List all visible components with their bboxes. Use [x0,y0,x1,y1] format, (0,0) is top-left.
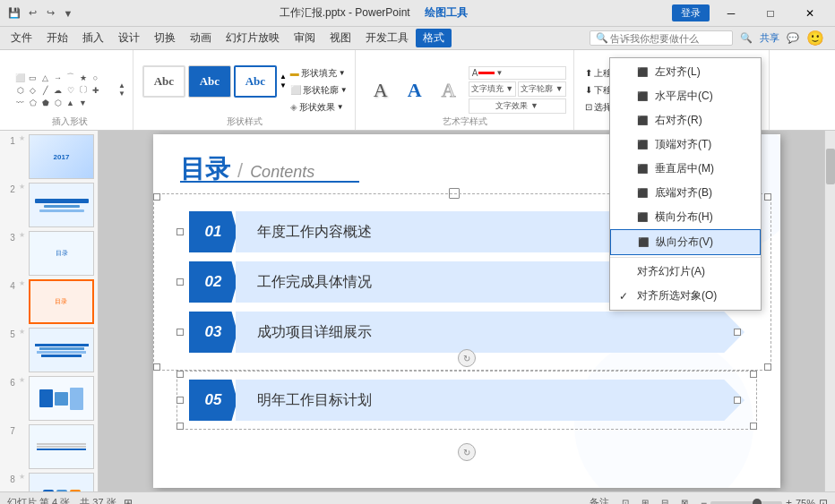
zoom-minus-icon[interactable]: − [701,497,707,505]
align-selected[interactable]: 对齐所选对象(O) [610,284,761,308]
align-left[interactable]: ⬛ 左对齐(L) [610,60,761,84]
slide-thumb-1[interactable]: 1 ★ 2017 [4,134,94,179]
menu-slideshow[interactable]: 幻灯片放映 [219,29,287,47]
shape-misc2[interactable]: ⬡ [52,97,64,108]
art-btn-1[interactable]: A [365,74,397,107]
shape-flow[interactable]: ◇ [27,84,39,96]
menu-design[interactable]: 设计 [111,29,147,47]
shapes-expand-down[interactable]: ▼ [118,90,125,98]
shape-scroll-down[interactable]: ▼ [77,97,89,108]
slide-img-1[interactable]: 2017 [29,134,94,179]
save-icon[interactable]: 💾 [7,6,22,21]
redo-icon[interactable]: ↪ [43,6,57,21]
slide-panel[interactable]: 1 ★ 2017 2 ★ 3 ★ 目录 [0,131,99,491]
shape-misc1[interactable]: ⬟ [39,97,51,108]
menu-review[interactable]: 审阅 [287,29,323,47]
fit-screen-icon[interactable]: ⊡ [819,497,828,505]
handle5-br[interactable] [750,423,757,430]
zoom-slider[interactable] [710,501,782,505]
shape-star[interactable]: ★ [77,72,89,83]
handle-bl[interactable] [153,363,160,371]
handle-item1-l[interactable] [176,228,184,235]
close-button[interactable]: ✕ [792,0,828,27]
shape-outline-btn[interactable]: ⬜ 形状轮廓 ▼ [288,82,349,98]
handle-br[interactable] [764,363,771,371]
align-slide[interactable]: 对齐幻灯片(A) [610,260,761,284]
slide-img-3[interactable]: 目录 [29,231,94,276]
menu-transition[interactable]: 切换 [147,29,183,47]
shape-bracket[interactable]: 〔〕 [77,84,89,96]
handle-tl[interactable] [153,193,160,201]
dist-horizontal[interactable]: ⬛ 横向分布(H) [610,205,761,229]
zoom-plus-icon[interactable]: + [786,497,792,505]
align-right[interactable]: ⬛ 右对齐(R) [610,108,761,132]
share-button[interactable]: 共享 [760,31,779,45]
handle-item3-l[interactable] [176,329,184,336]
slide-img-2[interactable] [29,183,94,227]
style-btn-3[interactable]: Abc [234,65,277,98]
restore-button[interactable]: □ [753,0,788,27]
style-btn-2[interactable]: Abc [188,65,231,98]
shape-cross[interactable]: ✚ [90,84,101,96]
section-handle-2[interactable]: ↻ [458,443,476,461]
handle5-bl[interactable] [176,423,184,430]
login-button[interactable]: 登录 [672,4,710,21]
shape-pentagon[interactable]: ⬠ [27,97,39,108]
menu-view[interactable]: 视图 [323,29,358,47]
minimize-button[interactable]: ─ [713,0,749,27]
handle-item5-r[interactable] [734,397,741,404]
shape-fill-btn[interactable]: ▬ 形状填充 ▼ [288,65,349,81]
align-center-v[interactable]: ⬛ 垂直居中(M) [610,157,761,181]
text-outline-btn[interactable]: 文字轮廓 ▼ [518,81,565,97]
slide-img-7[interactable] [29,424,94,469]
slide-sorter-btn[interactable]: ⊟ [656,496,674,505]
shape-curve[interactable]: ⌒ [65,72,76,83]
slide-thumb-2[interactable]: 2 ★ [4,183,94,227]
v-scrollbar[interactable] [824,131,835,491]
menu-home[interactable]: 开始 [39,29,75,47]
styles-scroll-up[interactable]: ▲ [280,73,287,81]
customize-icon[interactable]: ▼ [61,6,75,21]
slide-thumb-5[interactable]: 5 ★ [4,328,94,372]
outline-view-btn[interactable]: ⊞ [636,496,654,505]
align-top[interactable]: ⬛ 顶端对齐(T) [610,132,761,157]
fill-dropdown-icon[interactable]: ▼ [339,69,346,77]
art-btn-3[interactable]: A [433,74,465,107]
menu-animation[interactable]: 动画 [183,29,219,47]
art-btn-2[interactable]: A [399,74,431,107]
shape-cloud[interactable]: ☁ [52,84,64,96]
handle-item5-l[interactable] [176,397,184,404]
search-input[interactable] [610,33,727,44]
outline-dropdown-icon[interactable]: ▼ [340,86,348,94]
reading-view-btn[interactable]: ⊠ [676,496,693,505]
handle-item3-r[interactable] [734,329,741,336]
shape-effect-btn[interactable]: ◈ 形状效果 ▼ [288,99,349,115]
art-text-color-btn[interactable]: A ▼ [469,66,566,80]
shape-tri[interactable]: △ [39,72,51,83]
shape-arrow[interactable]: → [52,72,64,83]
handle-item2-l[interactable] [176,278,184,286]
styles-scroll-down[interactable]: ▼ [280,81,287,90]
slide-thumb-6[interactable]: 6 ★ [4,376,94,421]
normal-view-btn[interactable]: ⊡ [616,496,634,505]
shape-oval[interactable]: ○ [90,72,101,83]
dist-vertical[interactable]: ⬛ 纵向分布(V) [610,229,761,255]
menu-insert[interactable]: 插入 [75,29,111,47]
undo-icon[interactable]: ↩ [25,6,39,21]
slide-thumb-7[interactable]: 7 ★ [4,424,94,469]
slide-img-8[interactable] [29,473,94,491]
text-effect-btn[interactable]: 文字效果 ▼ [469,98,566,114]
slide-img-4[interactable]: 目录 [29,279,94,324]
handle5-tl[interactable] [176,371,184,378]
menu-format[interactable]: 格式 [416,29,452,47]
align-bottom[interactable]: ⬛ 底端对齐(B) [610,181,761,205]
shape-rect[interactable]: ▭ [27,72,39,83]
slide-thumb-4[interactable]: 4 ★ 目录 [4,279,94,324]
handle5-tr[interactable] [750,371,757,378]
text-fill-btn[interactable]: 文字填充 ▼ [469,81,516,97]
style-btn-1[interactable]: Abc [142,65,185,98]
color-dropdown[interactable]: ▼ [495,69,503,77]
handle-tr[interactable] [764,193,771,201]
shape-deco[interactable]: ⬡ [14,84,26,96]
align-center-h[interactable]: ⬛ 水平居中(C) [610,84,761,108]
